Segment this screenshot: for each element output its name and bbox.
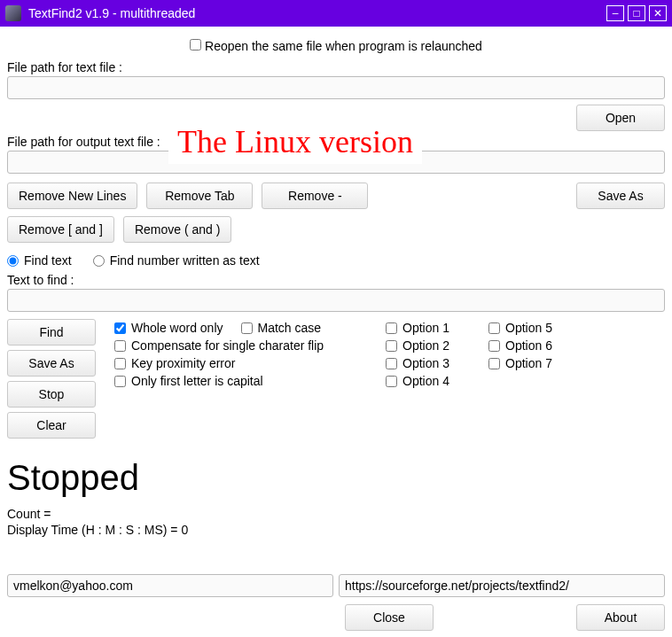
about-button[interactable]: About <box>576 604 665 631</box>
option-7-check[interactable]: Option 7 <box>488 356 586 370</box>
option-3-check[interactable]: Option 3 <box>386 356 483 370</box>
option-2-check[interactable]: Option 2 <box>386 338 483 353</box>
comp-flip-check[interactable]: Compensate for single charater flip <box>114 338 380 353</box>
key-prox-check[interactable]: Key proximity error <box>114 356 380 370</box>
save-as-top-button[interactable]: Save As <box>576 183 665 209</box>
window-controls: – □ ✕ <box>606 5 667 21</box>
option-5-check[interactable]: Option 5 <box>488 321 586 335</box>
whole-word-check[interactable]: Whole word only <box>114 321 223 335</box>
open-button[interactable]: Open <box>576 105 665 131</box>
find-button[interactable]: Find <box>7 319 96 346</box>
find-text-radio[interactable] <box>7 255 19 267</box>
status-time: Display Time (H : M : S : MS) = 0 <box>7 523 665 537</box>
banner-text: The Linux version <box>168 120 422 164</box>
remove-tab-button[interactable]: Remove Tab <box>146 183 253 209</box>
mode-find-text[interactable]: Find text <box>7 253 72 268</box>
option-1-check[interactable]: Option 1 <box>386 321 483 335</box>
to-find-label: Text to find : <box>7 273 665 287</box>
stop-button[interactable]: Stop <box>7 381 96 408</box>
remove-parens-button[interactable]: Remove ( and ) <box>123 216 231 243</box>
find-number-radio[interactable] <box>93 255 105 267</box>
remove-brackets-button[interactable]: Remove [ and ] <box>7 216 114 243</box>
titlebar: TextFind2 v1.9 - multithreaded – □ ✕ <box>0 0 672 27</box>
mode-find-number[interactable]: Find number written as text <box>93 253 260 268</box>
status-count: Count = <box>7 507 665 521</box>
remove-newlines-button[interactable]: Remove New Lines <box>7 183 137 209</box>
file-in-label: File path for text file : <box>7 60 665 74</box>
remove-dash-button[interactable]: Remove - <box>262 183 368 209</box>
option-6-check[interactable]: Option 6 <box>488 338 586 353</box>
window-body: Reopen the same file when program is rel… <box>0 27 672 637</box>
close-icon[interactable]: ✕ <box>649 5 667 21</box>
first-cap-check[interactable]: Only first letter is capital <box>114 374 380 388</box>
reopen-label: Reopen the same file when program is rel… <box>205 39 482 53</box>
reopen-checkbox-wrap[interactable]: Reopen the same file when program is rel… <box>190 39 482 53</box>
app-icon <box>5 5 21 21</box>
maximize-icon[interactable]: □ <box>628 5 645 21</box>
minimize-icon[interactable]: – <box>606 5 624 21</box>
window-title: TextFind2 v1.9 - multithreaded <box>28 6 599 20</box>
email-field[interactable] <box>7 574 333 597</box>
close-button[interactable]: Close <box>345 604 434 631</box>
save-as-button[interactable]: Save As <box>7 350 96 377</box>
clear-button[interactable]: Clear <box>7 412 96 439</box>
to-find-input[interactable] <box>7 289 665 312</box>
url-field[interactable] <box>339 574 665 597</box>
status-main: Stopped <box>7 458 665 498</box>
option-4-check[interactable]: Option 4 <box>386 374 483 388</box>
file-in-input[interactable] <box>7 76 665 99</box>
reopen-checkbox[interactable] <box>190 39 201 50</box>
match-case-check[interactable]: Match case <box>241 321 322 335</box>
